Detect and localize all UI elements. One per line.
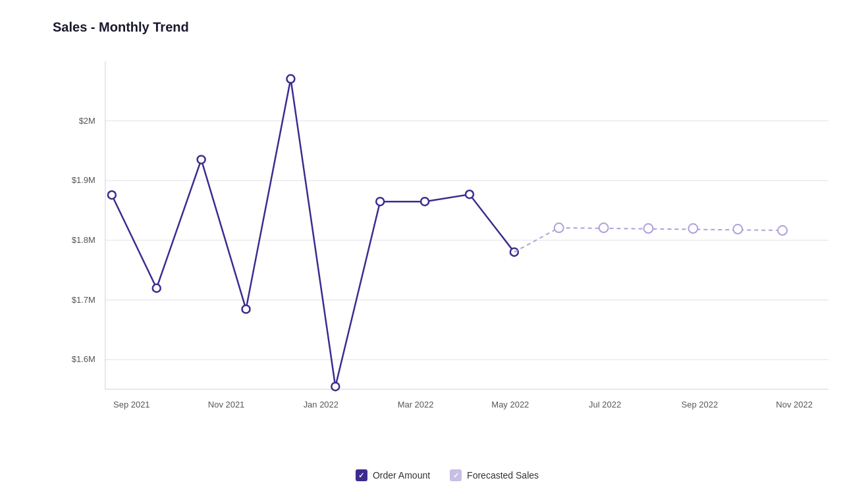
legend-forecast-icon: ✓ (450, 469, 462, 481)
forecast-point-jul2022 (555, 223, 564, 232)
legend-order-label: Order Amount (373, 470, 430, 481)
data-point-sep2021 (108, 191, 116, 199)
chart-container: Sales - Monthly Trend $2M (0, 0, 868, 499)
forecast-point-nov2022 (733, 224, 742, 234)
x-label-nov2022: Nov 2022 (776, 400, 813, 409)
x-label-mar2022: Mar 2022 (398, 400, 434, 409)
data-point-dec2021 (242, 305, 250, 313)
legend-order-icon: ✓ (356, 469, 367, 481)
y-label-1.7m: $1.7M (72, 295, 95, 305)
y-label-1.8m: $1.8M (72, 235, 95, 245)
forecast-point-sep2022 (644, 224, 653, 233)
data-point-feb2022 (331, 382, 339, 390)
data-point-nov2021 (198, 155, 205, 163)
data-point-apr2022 (421, 197, 429, 205)
x-label-sep2022: Sep 2022 (682, 400, 719, 409)
order-amount-line (112, 79, 514, 386)
chart-svg: $2M $1.9M $1.8M $1.7M $1.6M Sep 2021 Nov… (53, 48, 842, 429)
legend-order-amount: ✓ Order Amount (356, 469, 430, 481)
chart-title: Sales - Monthly Trend (53, 20, 842, 35)
data-point-may2022 (466, 190, 474, 198)
x-label-may2022: May 2022 (491, 400, 529, 409)
legend-forecast-label: Forecasted Sales (467, 470, 539, 481)
forecast-point-aug2022 (599, 223, 609, 232)
legend-forecast: ✓ Forecasted Sales (450, 469, 539, 481)
y-label-1.9m: $1.9M (72, 175, 95, 185)
forecast-point-oct2022 (688, 224, 697, 233)
data-point-mar2022 (376, 197, 384, 205)
forecast-point-dec2022 (778, 226, 787, 235)
chart-legend: ✓ Order Amount ✓ Forecasted Sales (356, 469, 539, 481)
y-label-1.6m: $1.6M (72, 354, 95, 364)
forecast-line-main (559, 228, 782, 230)
data-point-jan2022 (286, 75, 294, 83)
x-label-jul2022: Jul 2022 (589, 400, 621, 409)
y-label-2m: $2M (79, 116, 95, 126)
x-label-jan2022: Jan 2022 (304, 400, 339, 409)
data-point-oct2021 (153, 284, 161, 292)
x-label-nov2021: Nov 2021 (208, 400, 245, 409)
chart-area: $2M $1.9M $1.8M $1.7M $1.6M Sep 2021 Nov… (53, 48, 842, 429)
x-label-sep2021: Sep 2021 (113, 400, 150, 409)
